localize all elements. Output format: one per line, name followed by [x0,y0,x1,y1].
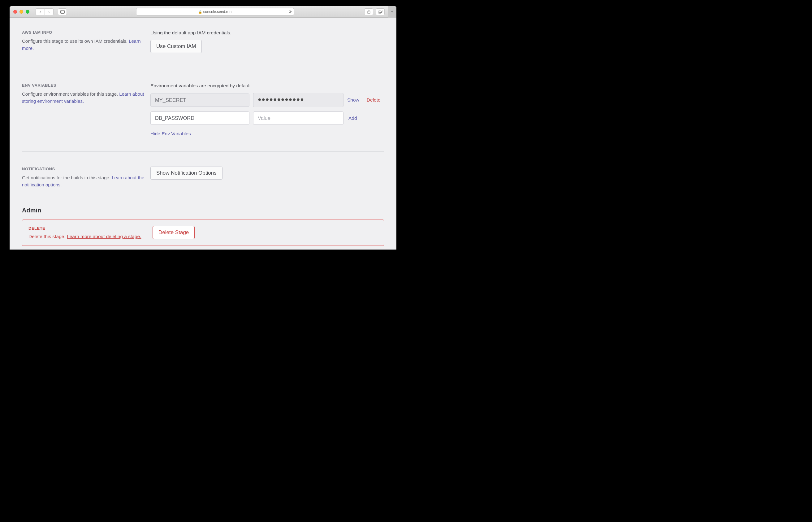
lock-icon: 🔒 [199,10,202,14]
minimize-window-button[interactable] [20,10,23,14]
url-text: console.seed.run [203,9,231,14]
page-content: AWS IAM INFO Configure this stage to use… [9,18,396,249]
delete-title: DELETE [28,226,152,230]
env-new-key-field[interactable] [150,112,249,125]
env-title: ENV VARIABLES [22,83,150,87]
iam-status-text: Using the default app IAM credentials. [150,30,384,36]
env-row-new: Add [150,112,384,125]
notifications-description: Get notifications for the builds in this… [22,174,150,188]
svg-rect-4 [378,11,381,13]
use-custom-iam-button[interactable]: Use Custom IAM [150,40,202,53]
delete-learn-more-link[interactable]: Learn more about deleting a stage. [67,234,141,239]
address-bar[interactable]: 🔒 console.seed.run ⟳ [136,8,294,16]
delete-stage-button[interactable]: Delete Stage [152,226,195,239]
separator: | [362,97,363,103]
new-tab-button[interactable]: + [388,6,396,18]
show-notification-options-button[interactable]: Show Notification Options [150,166,223,180]
admin-heading: Admin [22,207,384,214]
forward-button[interactable]: › [45,8,54,15]
svg-rect-5 [379,10,382,13]
iam-section: AWS IAM INFO Configure this stage to use… [22,30,384,68]
delete-description: Delete this stage. Learn more about dele… [28,234,152,239]
hide-env-variables-link[interactable]: Hide Env Variables [150,131,191,137]
env-row-existing: Show | Delete [150,93,384,107]
iam-description: Configure this stage to use its own IAM … [22,38,150,52]
maximize-window-button[interactable] [26,10,29,14]
titlebar: ‹ › 🔒 console.seed.run ⟳ + [9,6,396,18]
delete-stage-box: DELETE Delete this stage. Learn more abo… [22,220,384,246]
iam-title: AWS IAM INFO [22,30,150,35]
back-button[interactable]: ‹ [36,8,45,15]
env-variables-section: ENV VARIABLES Configure environment vari… [22,83,384,152]
share-button[interactable] [364,8,373,15]
env-delete-link[interactable]: Delete [367,97,381,103]
browser-window: ‹ › 🔒 console.seed.run ⟳ + AWS IAM [9,6,396,249]
env-key-field[interactable] [150,94,249,107]
notifications-section: NOTIFICATIONS Get notifications for the … [22,166,384,204]
env-add-link[interactable]: Add [349,116,357,121]
env-show-link[interactable]: Show [347,97,359,103]
traffic-lights [12,10,29,14]
sidebar-toggle-icon[interactable] [58,8,67,15]
reload-icon[interactable]: ⟳ [289,9,292,14]
env-value-field[interactable] [253,93,343,107]
env-new-value-field[interactable] [253,112,343,125]
notifications-title: NOTIFICATIONS [22,166,150,171]
close-window-button[interactable] [13,10,17,14]
tabs-button[interactable] [376,8,384,15]
env-lead-text: Environment variables are encrypted by d… [150,83,384,88]
svg-rect-0 [60,10,64,13]
env-description: Configure environment variables for this… [22,91,150,105]
